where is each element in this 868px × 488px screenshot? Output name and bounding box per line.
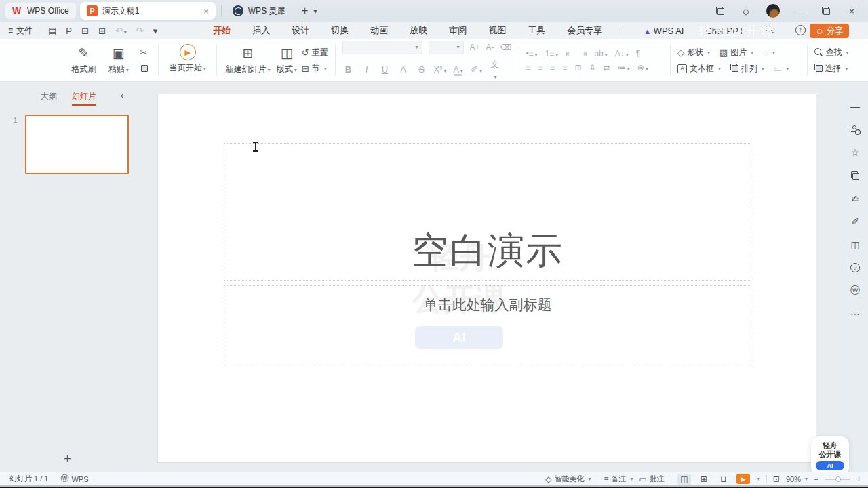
smart-beautify-button[interactable]: ◇智能美化▾ xyxy=(545,474,591,484)
slide-thumbnail[interactable] xyxy=(25,115,129,174)
tab-presentation[interactable]: P 演示文稿1 × xyxy=(80,2,216,20)
menu-home[interactable]: 开始 xyxy=(212,22,232,39)
menu-transition[interactable]: 切换 xyxy=(330,22,350,39)
zoom-out-icon[interactable]: − xyxy=(814,474,818,484)
text-direction-icon[interactable]: ab▾ xyxy=(594,49,607,58)
redo-icon[interactable]: ↷ xyxy=(136,26,144,36)
mascot-assistant-icon[interactable]: ⓦ xyxy=(850,286,860,296)
text-fit-icon[interactable]: ⊜▾ xyxy=(637,63,648,73)
cut-icon[interactable]: ✂ xyxy=(140,47,147,58)
smart-tools-wand-icon[interactable]: ✐ xyxy=(851,217,859,226)
find-button[interactable]: 查找▾ xyxy=(814,47,868,58)
zoom-level-button[interactable]: 90%▾ xyxy=(786,475,808,483)
user-avatar[interactable] xyxy=(766,4,780,18)
menu-chat-ppt[interactable]: Chat PPT xyxy=(704,24,745,38)
reading-view-button[interactable]: ⊔ xyxy=(717,474,730,485)
menu-animation[interactable]: 动画 xyxy=(369,22,389,39)
numbering-icon[interactable]: 1≡▾ xyxy=(545,49,559,58)
minimize-button[interactable]: — xyxy=(795,5,806,16)
format-painter-button[interactable]: ✎ 格式刷 xyxy=(66,39,101,81)
workspace-icon[interactable] xyxy=(715,5,726,16)
print-preview-icon[interactable]: ⊞ xyxy=(98,26,106,36)
picture-button[interactable]: ▨图片▾ xyxy=(719,47,753,58)
export-pdf-icon[interactable]: P xyxy=(66,26,72,36)
tab-lingxi[interactable]: WPS 灵犀 xyxy=(226,2,292,20)
object-properties-icon[interactable] xyxy=(851,125,860,134)
slide-sorter-view-button[interactable]: ⊞ xyxy=(697,474,711,485)
notes-button[interactable]: ≡备注▾ xyxy=(604,474,633,484)
collapse-panel-icon[interactable]: ‹ xyxy=(121,91,123,100)
menu-member[interactable]: 会员专享 xyxy=(566,22,604,39)
distribute-icon[interactable]: ⊞ xyxy=(574,63,581,73)
new-slide-button[interactable]: ⊞ 新建幻灯片▾ xyxy=(224,39,272,81)
qat-customize-chevron-icon[interactable]: ▾ xyxy=(153,26,158,36)
tab-list-chevron-icon[interactable]: ▾ xyxy=(313,7,317,15)
bold-button[interactable]: B xyxy=(342,64,355,75)
section-button[interactable]: ⊟节▾ xyxy=(302,63,328,75)
underline-button[interactable]: U xyxy=(379,64,391,75)
shape-outline-button[interactable]: ▭▾ xyxy=(774,64,789,74)
menu-design[interactable]: 设计 xyxy=(290,22,311,39)
more-tools-icon[interactable]: ⋯ xyxy=(850,309,860,319)
menu-view[interactable]: 视图 xyxy=(487,22,507,39)
layout-button[interactable]: ◫ 版式▾ xyxy=(272,39,302,81)
superscript-button[interactable]: X²▾ xyxy=(434,64,446,75)
justify-icon[interactable]: ≡ xyxy=(562,63,567,73)
line-spacing-icon[interactable]: ⇕ xyxy=(589,63,596,73)
align-center-icon[interactable]: ≡ xyxy=(538,63,542,73)
file-menu-button[interactable]: ≡ 文件 xyxy=(0,25,41,37)
char-shading-button[interactable]: A xyxy=(397,64,410,75)
search-button[interactable] xyxy=(764,23,776,38)
restore-button[interactable] xyxy=(821,5,831,16)
play-options-chevron-icon[interactable]: ▾ xyxy=(757,476,760,482)
title-placeholder[interactable]: 空白演示 xyxy=(224,143,751,281)
normal-view-button[interactable]: ◫ xyxy=(677,474,691,485)
arrange-button[interactable]: 排列▾ xyxy=(730,63,764,75)
wps-home-button[interactable]: W WPS Office xyxy=(5,3,76,19)
cloud-sync-icon[interactable]: ↑ xyxy=(795,25,806,35)
tab-outline[interactable]: 大纲 xyxy=(41,91,57,102)
align-left-icon[interactable]: ≡ xyxy=(526,63,530,73)
fit-slide-icon[interactable]: ⊡ xyxy=(773,474,780,484)
shrink-font-button[interactable]: A- xyxy=(486,43,494,52)
menu-insert[interactable]: 插入 xyxy=(251,22,271,39)
font-size-select[interactable]: ▾ xyxy=(429,41,464,54)
share-button[interactable]: ☺ 分享 xyxy=(810,24,849,38)
select-button[interactable]: 选择▾ xyxy=(814,63,868,75)
align-right-icon[interactable]: ≡ xyxy=(550,63,555,73)
zoom-slider-handle[interactable] xyxy=(835,476,841,482)
integrations-cube-icon[interactable]: ◇ xyxy=(741,5,751,16)
phonetic-guide-button[interactable]: 文▾ xyxy=(489,58,501,81)
signature-pen-icon[interactable]: ✍ xyxy=(851,194,859,203)
grow-font-button[interactable]: A+ xyxy=(470,43,480,52)
menu-tools[interactable]: 工具 xyxy=(526,22,547,39)
menu-review[interactable]: 审阅 xyxy=(448,22,468,39)
decrease-indent-icon[interactable]: ⇤ xyxy=(566,49,572,58)
reset-button[interactable]: ↺重置 xyxy=(302,47,328,58)
bullets-icon[interactable]: •≡▾ xyxy=(526,49,537,58)
highlight-button[interactable]: ✐▾ xyxy=(471,64,483,75)
menu-wps-ai[interactable]: ▲ WPS AI xyxy=(642,24,685,38)
resource-library-icon[interactable] xyxy=(851,171,859,180)
shape-fill-button[interactable]: ◌▾ xyxy=(763,47,775,58)
comments-button[interactable]: ▭批注 xyxy=(639,474,665,484)
strikethrough-button[interactable]: S xyxy=(416,64,428,75)
zoom-slider[interactable] xyxy=(825,479,850,480)
paste-button[interactable]: ▣ 粘贴▾ xyxy=(101,39,136,81)
subtitle-placeholder[interactable]: 单击此处输入副标题 xyxy=(224,285,751,365)
close-window-button[interactable]: × xyxy=(846,5,857,16)
slideshow-play-button[interactable]: ▶ xyxy=(736,474,750,484)
increase-indent-icon[interactable]: ⇥ xyxy=(580,49,587,58)
menu-slideshow[interactable]: 放映 xyxy=(408,22,429,39)
italic-button[interactable]: I xyxy=(361,64,373,75)
undo-icon[interactable]: ↶▾ xyxy=(115,26,127,36)
reference-book-icon[interactable]: ◫ xyxy=(850,240,859,249)
textbox-button[interactable]: A文本框▾ xyxy=(677,63,721,75)
hide-rail-icon[interactable]: — xyxy=(850,102,860,111)
print-icon[interactable]: ⊟ xyxy=(81,26,89,36)
save-icon[interactable]: ▤ xyxy=(48,26,56,36)
close-tab-icon[interactable]: × xyxy=(203,6,209,16)
paragraph-mark-icon[interactable]: ¶ xyxy=(636,49,640,58)
clear-format-icon[interactable]: ⌫ xyxy=(500,43,512,52)
zoom-in-icon[interactable]: + xyxy=(856,474,861,484)
